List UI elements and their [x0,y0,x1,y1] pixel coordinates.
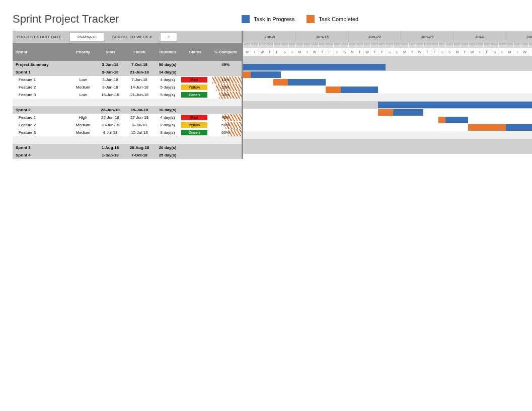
legend: Task in Progress Task Completed [242,15,358,23]
gantt-row [243,94,532,101]
table-row[interactable] [13,99,242,106]
cell: 5 day(s) [154,93,181,97]
timeline-day: T [513,48,521,56]
cell-status: Yellow [181,122,209,128]
cell: Medium [70,130,96,135]
table-row[interactable] [13,136,242,144]
status-pill: Yellow [181,85,207,90]
gantt-bar[interactable] [243,64,386,70]
timeline-day: W [521,48,528,56]
timeline-serial: 43269 [348,43,356,48]
timeline-week: Jul-13 [506,31,532,43]
timeline-serial: 43266 [326,43,333,48]
col-finish: Finish [125,49,154,55]
cell: Sprint 2 [13,108,70,112]
timeline-serial: 43267 [333,43,341,48]
cell: 3-Jun-18 [96,77,125,82]
timeline-day: T [476,48,483,56]
timeline-day: S [393,48,401,56]
gantt-row [243,139,532,146]
cell: 3-Jul-18 [125,123,154,127]
table-row[interactable]: Feature 1Low3-Jun-187-Jun-184 day(s)Red1… [13,76,242,84]
col-pct-complete: % Complete [209,49,242,55]
gantt-row [243,146,532,154]
timeline-serial: 43255 [243,43,251,48]
timeline-day: S [491,48,498,56]
cell: 4 day(s) [154,115,181,120]
table-row[interactable]: Feature 3Low15-Jun-1821-Jun-185 day(s)Gr… [13,91,242,99]
cell: 4 day(s) [154,77,181,82]
gantt-bar[interactable] [288,79,326,86]
timeline-serial: 43272 [370,43,378,48]
timeline-week: Jun-8 [243,31,295,43]
cell: Feature 1 [13,77,70,82]
status-pill: Red [181,115,207,120]
scroll-week-label: SCROLL TO WEEK # [108,35,156,39]
table-row[interactable]: Sprint 222-Jun-1815-Jul-1816 day(s) [13,106,242,114]
timeline-serial: 43283 [453,43,461,48]
cell: Sprint 4 [13,153,70,157]
cell-pct: 10% [209,76,242,84]
gantt-bar[interactable] [341,87,378,93]
cell-status: Red [181,77,209,83]
cell: 8 day(s) [154,130,181,135]
cell: Low [70,93,96,97]
gantt-bar[interactable] [506,124,532,131]
table-row[interactable]: Sprint 13-Jun-1821-Jun-1814 day(s) [13,68,242,76]
timeline-serial: 43288 [491,43,498,48]
gantt-bar[interactable] [378,109,393,116]
table-row[interactable]: Project Summary3-Jun-187-Oct-1890 day(s)… [13,61,242,68]
gantt-bar[interactable] [445,117,468,123]
timeline-serial: 43282 [445,43,453,48]
cell-status: Green [181,130,209,135]
swatch-blue [242,15,250,23]
timeline-day: W [363,48,371,56]
gantt-bar[interactable] [438,117,446,123]
timeline-day: F [273,48,281,56]
cell-pct [209,69,242,76]
cell: 28-Aug-18 [125,145,154,150]
gantt-bar[interactable] [326,87,341,93]
table-row[interactable]: Sprint 41-Sep-187-Oct-1825 day(s) [13,151,242,159]
timeline-day: F [326,48,333,56]
table-row[interactable]: Feature 2Medium8-Jun-1814-Jun-185 day(s)… [13,84,242,91]
timeline-day: S [333,48,341,56]
timeline-serial: 43290 [506,43,513,48]
cell: 21-Jun-18 [125,93,154,97]
gantt-bar[interactable] [393,109,423,116]
col-duration: Duration [154,49,181,55]
cell: 15-Jun-18 [96,93,125,97]
table-row[interactable]: Feature 1High22-Jun-1827-Jun-184 day(s)R… [13,114,242,121]
timeline-day: W [311,48,318,56]
timeline-serial: 43281 [438,43,446,48]
gantt-bar[interactable] [468,124,506,131]
gantt-bar[interactable] [243,71,251,78]
gantt-bar[interactable] [378,102,532,108]
start-date-input[interactable]: 26-May-18 [69,32,104,42]
legend-label: Task Completed [319,16,358,22]
gantt-bar[interactable] [273,79,288,86]
scroll-week-input[interactable]: 2 [160,32,177,42]
pct-text: 60% [221,130,230,135]
table-row[interactable]: Feature 3Medium4-Jul-1815-Jul-188 day(s)… [13,129,242,136]
legend-completed: Task Completed [307,15,358,23]
timeline-day: W [258,48,266,56]
page-title: Sprint Project Tracker [13,13,242,26]
table-row[interactable]: Feature 2Medium30-Jun-183-Jul-182 day(s)… [13,121,242,129]
cell: Feature 2 [13,85,70,90]
timeline-serial: 43268 [341,43,348,48]
cell: Low [70,77,96,82]
cell-pct: 30% [209,92,242,99]
cell: 15-Jul-18 [125,130,154,135]
timeline-serial: 43259 [273,43,281,48]
timeline-day: F [483,48,491,56]
cell-pct [209,144,242,151]
timeline-serial: 43278 [416,43,423,48]
cell: 3-Jun-18 [96,70,125,74]
gantt-bar[interactable] [251,71,281,78]
timeline-serial: 43264 [311,43,318,48]
cell: 21-Jun-18 [125,70,154,74]
legend-in-progress: Task in Progress [242,15,294,23]
timeline-day: T [370,48,378,56]
table-row[interactable]: Sprint 31-Aug-1828-Aug-1820 day(s) [13,144,242,151]
